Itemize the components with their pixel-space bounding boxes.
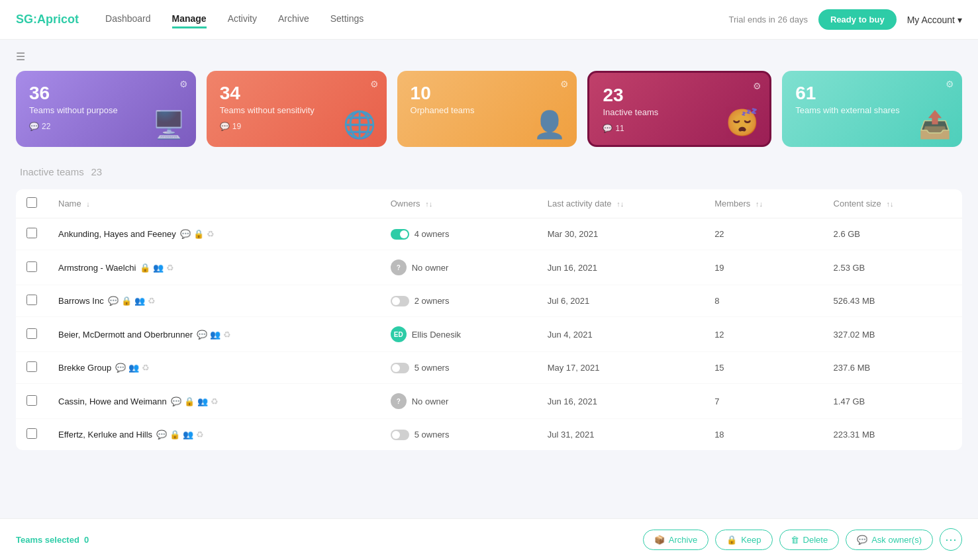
comment-icon[interactable]: 💬 <box>156 430 167 440</box>
stat-cards: ⚙ 36 Teams without purpose 💬 22 🖥️ ⚙ 34 … <box>16 71 962 147</box>
owner-toggle[interactable] <box>391 430 409 440</box>
sort-members-icon[interactable]: ↑↓ <box>756 200 763 208</box>
comment-icon[interactable]: 💬 <box>115 363 126 373</box>
row-checkbox[interactable] <box>26 261 37 272</box>
buy-button[interactable]: Ready to buy <box>818 9 897 30</box>
section-title-text: Inactive teams <box>20 166 84 177</box>
team-name-text[interactable]: Ankunding, Hayes and Feeney <box>58 229 176 239</box>
member-count: 15 <box>704 352 822 384</box>
lock-icon[interactable]: 🔒 <box>121 296 132 306</box>
team-name-text[interactable]: Cassin, Howe and Weimann <box>58 397 167 406</box>
owner-toggle[interactable] <box>391 296 409 306</box>
recycle-icon[interactable]: ♻ <box>142 363 150 373</box>
header-members[interactable]: Members ↑↓ <box>704 189 822 218</box>
comment-icon[interactable]: 💬 <box>180 229 191 239</box>
owner-toggle[interactable] <box>391 229 409 240</box>
owner-text: No owner <box>412 263 449 273</box>
recycle-icon[interactable]: ♻ <box>223 330 231 340</box>
logo-sg: SG: <box>16 13 37 26</box>
recycle-icon[interactable]: ♻ <box>207 229 215 239</box>
comment-icon[interactable]: 💬 <box>171 397 181 406</box>
header-name[interactable]: Name ↓ <box>48 189 380 218</box>
recycle-icon[interactable]: ♻ <box>148 296 156 306</box>
team-action-icons: 💬🔒👥♻ <box>171 397 219 406</box>
team-name: Ankunding, Hayes and Feeney💬🔒♻ <box>58 229 369 239</box>
table-row: Barrows Inc💬🔒👥♻2 ownersJul 6, 20218526.4… <box>16 285 962 317</box>
content-size: 1.47 GB <box>823 384 962 419</box>
team-name-text[interactable]: Armstrong - Waelchi <box>58 263 136 273</box>
member-count: 8 <box>704 285 822 317</box>
team-name: Barrows Inc💬🔒👥♻ <box>58 296 369 306</box>
group-icon[interactable]: 👥 <box>210 330 220 340</box>
table-row: Cassin, Howe and Weimann💬🔒👥♻?No ownerJun… <box>16 384 962 419</box>
lock-icon[interactable]: 🔒 <box>184 397 195 406</box>
lock-icon[interactable]: 🔒 <box>170 430 180 440</box>
group-icon[interactable]: 👥 <box>197 397 208 406</box>
comment-icon[interactable]: 💬 <box>197 330 207 340</box>
sort-name-icon[interactable]: ↓ <box>86 200 90 208</box>
sort-activity-icon[interactable]: ↑↓ <box>616 200 624 208</box>
gear-icon-sensitivity[interactable]: ⚙ <box>370 79 379 89</box>
stat-img-purpose: 🖥️ <box>152 109 185 140</box>
nav-archive[interactable]: Archive <box>278 11 309 28</box>
owner-text: 5 owners <box>415 363 450 373</box>
owner-toggle[interactable] <box>391 363 409 373</box>
group-icon[interactable]: 👥 <box>183 430 193 440</box>
stat-num-external: 61 <box>795 83 949 104</box>
gear-icon-orphaned[interactable]: ⚙ <box>560 79 569 89</box>
row-checkbox[interactable] <box>26 361 37 372</box>
group-icon[interactable]: 👥 <box>128 363 139 373</box>
table-row: Armstrong - Waelchi🔒👥♻?No ownerJun 16, 2… <box>16 250 962 285</box>
lock-icon[interactable]: 🔒 <box>193 229 204 239</box>
last-activity-date: Jun 4, 2021 <box>537 317 704 352</box>
sort-content-icon[interactable]: ↑↓ <box>886 200 893 208</box>
header-content-size[interactable]: Content size ↑↓ <box>823 189 962 218</box>
stat-num-sensitivity: 34 <box>220 83 373 104</box>
gear-icon-inactive[interactable]: ⚙ <box>753 81 761 91</box>
team-name-text[interactable]: Barrows Inc <box>58 296 104 306</box>
group-icon[interactable]: 👥 <box>134 296 145 306</box>
nav-settings[interactable]: Settings <box>330 11 364 28</box>
team-name-text[interactable]: Beier, McDermott and Oberbrunner <box>58 330 193 340</box>
nav-dashboard[interactable]: Dashboard <box>105 11 151 28</box>
select-all-checkbox[interactable] <box>26 197 37 208</box>
recycle-icon[interactable]: ♻ <box>196 430 204 440</box>
row-checkbox[interactable] <box>26 328 37 339</box>
team-name-text[interactable]: Brekke Group <box>58 363 111 373</box>
stat-card-without-purpose[interactable]: ⚙ 36 Teams without purpose 💬 22 🖥️ <box>16 71 196 147</box>
logo: SG:Apricot <box>16 13 79 26</box>
nav-activity[interactable]: Activity <box>228 11 257 28</box>
row-checkbox[interactable] <box>26 428 37 439</box>
row-checkbox[interactable] <box>26 228 37 238</box>
stat-card-external[interactable]: ⚙ 61 Teams with external shares 📤 <box>782 71 962 147</box>
stat-card-without-sensitivity[interactable]: ⚙ 34 Teams without sensitivity 💬 19 🌐 <box>207 71 387 147</box>
recycle-icon[interactable]: ♻ <box>211 397 219 406</box>
header-owners[interactable]: Owners ↑↓ <box>380 189 537 218</box>
owner-avatar: ED <box>391 326 407 342</box>
team-name-text[interactable]: Effertz, Kerluke and Hills <box>58 430 152 440</box>
gear-icon-external[interactable]: ⚙ <box>946 79 954 89</box>
recycle-icon[interactable]: ♻ <box>166 263 174 273</box>
row-checkbox[interactable] <box>26 395 37 406</box>
member-count: 22 <box>704 218 822 250</box>
sort-owners-icon[interactable]: ↑↓ <box>425 200 432 208</box>
gear-icon-purpose[interactable]: ⚙ <box>179 79 188 89</box>
section-count: 23 <box>91 166 102 177</box>
owner-cell: ?No owner <box>391 393 526 409</box>
comment-icon[interactable]: 💬 <box>108 296 119 306</box>
stat-card-inactive[interactable]: ⚙ 23 Inactive teams 💬 11 😴 <box>587 71 771 147</box>
filter-icon[interactable]: ☰ <box>16 50 25 63</box>
account-button[interactable]: My Account ▾ <box>907 15 962 25</box>
header-last-activity[interactable]: Last activity date ↑↓ <box>537 189 704 218</box>
content-size: 526.43 MB <box>823 285 962 317</box>
lock-icon[interactable]: 🔒 <box>140 263 150 273</box>
row-checkbox[interactable] <box>26 295 37 305</box>
table-row: Effertz, Kerluke and Hills💬🔒👥♻5 ownersJu… <box>16 419 962 451</box>
team-name: Beier, McDermott and Oberbrunner💬👥♻ <box>58 330 369 340</box>
group-icon[interactable]: 👥 <box>153 263 164 273</box>
nav-manage[interactable]: Manage <box>172 11 207 28</box>
chat-icon-sensitivity: 💬 <box>220 122 230 131</box>
stat-card-orphaned[interactable]: ⚙ 10 Orphaned teams 👤 <box>397 71 577 147</box>
content-size: 223.31 MB <box>823 419 962 451</box>
owner-cell: 2 owners <box>391 296 526 306</box>
